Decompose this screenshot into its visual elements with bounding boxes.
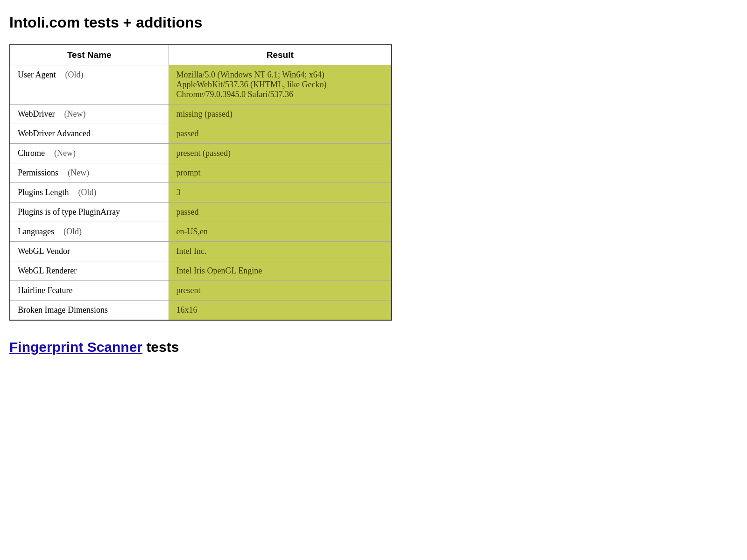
test-name-text: User Agent [18, 70, 56, 79]
test-result-cell: present [169, 281, 392, 301]
test-name-text: Languages [18, 227, 54, 236]
table-row: WebDriver Advancedpassed [10, 124, 392, 144]
test-name-cell: WebGL Vendor [10, 242, 169, 261]
test-name-cell: Permissions(New) [10, 163, 169, 183]
table-row: Hairline Featurepresent [10, 281, 392, 301]
test-result-cell: Mozilla/5.0 (Windows NT 6.1; Win64; x64)… [169, 65, 392, 105]
table-row: Plugins Length(Old)3 [10, 183, 392, 203]
test-name-cell: Plugins is of type PluginArray [10, 203, 169, 222]
table-row: WebDriver(New)missing (passed) [10, 105, 392, 124]
table-row: Broken Image Dimensions16x16 [10, 301, 392, 321]
test-result-cell: 3 [169, 183, 392, 203]
footer-link-section: Fingerprint Scanner tests [9, 339, 738, 355]
table-row: WebGL RendererIntel Iris OpenGL Engine [10, 261, 392, 281]
test-name-cell: WebGL Renderer [10, 261, 169, 281]
test-name-text: Plugins is of type PluginArray [18, 207, 120, 217]
page-title: Intoli.com tests + additions [9, 14, 738, 31]
test-name-text: WebGL Vendor [18, 246, 70, 256]
test-name-cell: Plugins Length(Old) [10, 183, 169, 203]
test-name-cell: Broken Image Dimensions [10, 301, 169, 321]
test-name-cell: User Agent(Old) [10, 65, 169, 105]
test-name-text: WebDriver Advanced [18, 129, 91, 138]
test-name-cell: Hairline Feature [10, 281, 169, 301]
footer-suffix-text: tests [142, 339, 179, 355]
test-tag: (New) [64, 109, 86, 119]
test-tag: (Old) [65, 70, 83, 80]
table-row: Permissions(New)prompt [10, 163, 392, 183]
col-header-test-name: Test Name [10, 45, 169, 65]
test-tag: (New) [68, 168, 89, 178]
table-row: Chrome(New)present (passed) [10, 144, 392, 163]
test-name-text: WebDriver [18, 109, 55, 119]
test-name-text: Chrome [18, 148, 45, 158]
col-header-result: Result [169, 45, 392, 65]
test-name-cell: WebDriver Advanced [10, 124, 169, 144]
test-result-cell: en-US,en [169, 222, 392, 242]
table-row: User Agent(Old)Mozilla/5.0 (Windows NT 6… [10, 65, 392, 105]
test-name-text: Permissions [18, 168, 58, 177]
table-row: Languages(Old)en-US,en [10, 222, 392, 242]
test-tag: (Old) [78, 188, 97, 197]
test-name-text: Broken Image Dimensions [18, 305, 108, 315]
test-result-cell: Intel Iris OpenGL Engine [169, 261, 392, 281]
test-name-cell: WebDriver(New) [10, 105, 169, 124]
test-name-text: Plugins Length [18, 188, 69, 197]
test-name-cell: Chrome(New) [10, 144, 169, 163]
test-result-cell: Intel Inc. [169, 242, 392, 261]
results-table: Test Name Result User Agent(Old)Mozilla/… [9, 44, 392, 321]
table-row: WebGL VendorIntel Inc. [10, 242, 392, 261]
test-name-cell: Languages(Old) [10, 222, 169, 242]
table-row: Plugins is of type PluginArraypassed [10, 203, 392, 222]
test-result-cell: 16x16 [169, 301, 392, 321]
test-tag: (New) [54, 148, 76, 158]
test-result-cell: passed [169, 124, 392, 144]
test-result-cell: present (passed) [169, 144, 392, 163]
fingerprint-scanner-link[interactable]: Fingerprint Scanner [9, 339, 142, 355]
test-name-text: Hairline Feature [18, 286, 72, 295]
test-tag: (Old) [63, 227, 82, 237]
test-result-cell: missing (passed) [169, 105, 392, 124]
test-result-cell: passed [169, 203, 392, 222]
test-result-cell: prompt [169, 163, 392, 183]
test-name-text: WebGL Renderer [18, 266, 77, 275]
